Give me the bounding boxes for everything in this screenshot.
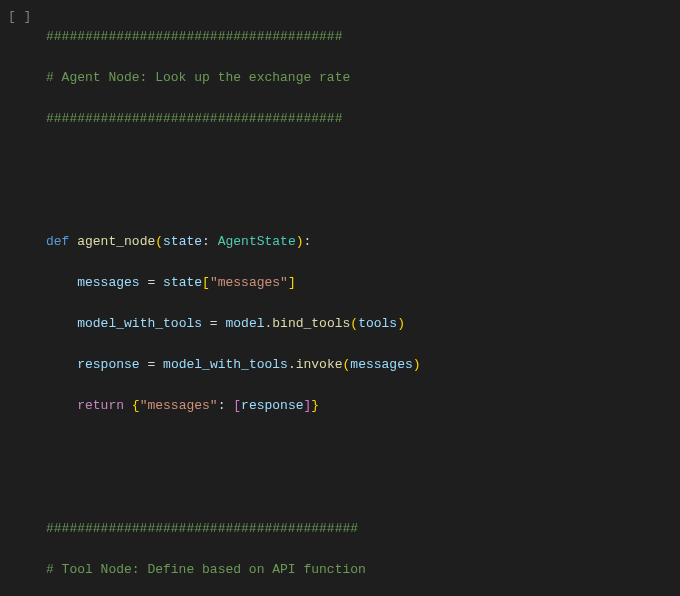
keyword-return: return — [77, 398, 124, 413]
comment-hash-line: ###################################### — [46, 111, 342, 126]
comment-hash-line: ######################################## — [46, 521, 358, 536]
variable: tools — [358, 316, 397, 331]
method-call: bind_tools — [272, 316, 350, 331]
method-call: invoke — [296, 357, 343, 372]
variable: response — [241, 398, 303, 413]
func-name: agent_node — [77, 234, 155, 249]
variable: model — [225, 316, 264, 331]
keyword-def: def — [46, 234, 69, 249]
comment-line: # Tool Node: Define based on API functio… — [46, 562, 366, 577]
string-literal: "messages" — [140, 398, 218, 413]
comment-hash-line: ###################################### — [46, 29, 342, 44]
comment-line: # Agent Node: Look up the exchange rate — [46, 70, 350, 85]
variable: response — [77, 357, 139, 372]
variable: messages — [77, 275, 139, 290]
cell-execute-marker[interactable]: [ ] — [8, 7, 31, 28]
param: state — [163, 234, 202, 249]
variable: model_with_tools — [77, 316, 202, 331]
variable: state — [163, 275, 202, 290]
variable: messages — [350, 357, 412, 372]
variable: model_with_tools — [163, 357, 288, 372]
type-annotation: AgentState — [218, 234, 296, 249]
code-editor[interactable]: ###################################### #… — [0, 6, 680, 596]
string-literal: "messages" — [210, 275, 288, 290]
